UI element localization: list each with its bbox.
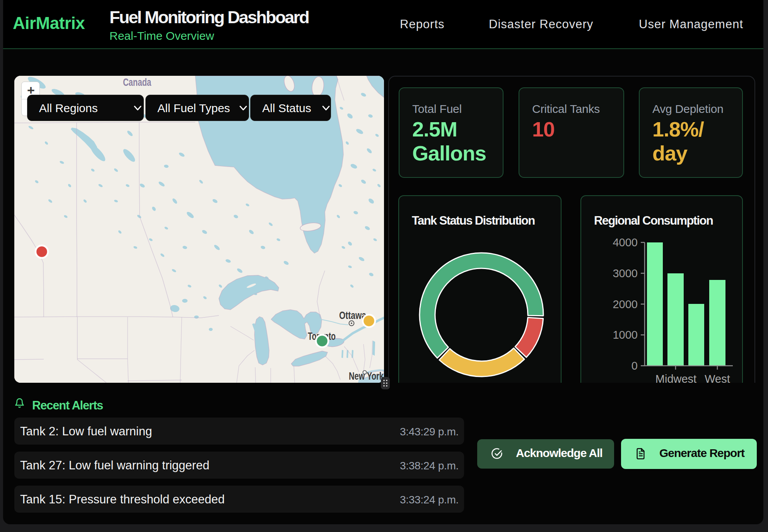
svg-text:1000: 1000	[613, 329, 638, 341]
svg-text:4000: 4000	[613, 236, 638, 249]
svg-text:West: West	[705, 373, 730, 384]
svg-text:2000: 2000	[613, 298, 638, 310]
svg-text:New York: New York	[349, 370, 384, 382]
svg-text:0: 0	[631, 360, 638, 372]
svg-text:3000: 3000	[613, 267, 638, 280]
svg-text:Canada: Canada	[123, 76, 151, 88]
svg-text:Midwest: Midwest	[655, 373, 696, 384]
